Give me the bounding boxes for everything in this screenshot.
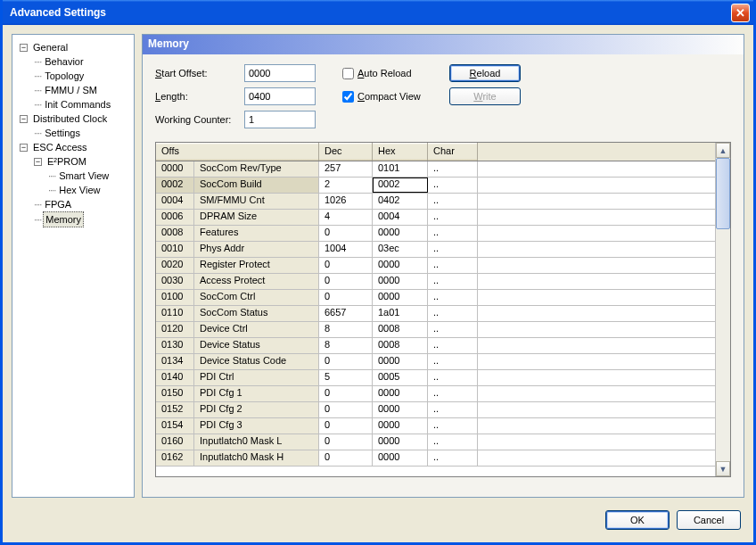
- cell-name: Features: [194, 226, 319, 241]
- cell-offs: 0154: [156, 418, 194, 434]
- cell-dec: 0: [319, 290, 373, 305]
- cell-dec: 0: [319, 450, 373, 466]
- scroll-up-button[interactable]: ▲: [716, 143, 730, 158]
- cell-hex[interactable]: 0000: [373, 450, 428, 466]
- tree-node-distributed-clock[interactable]: − Distributed Clock: [14, 111, 132, 126]
- cell-name: DPRAM Size: [194, 210, 319, 225]
- minus-icon[interactable]: −: [34, 158, 42, 166]
- cell-name: SocCom Rev/Type: [194, 161, 319, 177]
- table-row[interactable]: 0140PDI Ctrl50005..: [156, 370, 715, 386]
- table-row[interactable]: 0020Register Protect00000..: [156, 258, 715, 274]
- cell-char: ..: [428, 178, 478, 193]
- cell-offs: 0130: [156, 338, 194, 353]
- table-row[interactable]: 0002SocCom Build20002..: [156, 178, 715, 194]
- tree-node-eeprom[interactable]: − E²PROM: [14, 154, 132, 169]
- cell-hex[interactable]: 03ec: [373, 242, 428, 257]
- tree-node-settings[interactable]: ····Settings: [14, 126, 132, 140]
- cell-char: ..: [428, 354, 478, 369]
- table-row[interactable]: 0008Features00000..: [156, 226, 715, 242]
- table-row[interactable]: 0130Device Status80008..: [156, 338, 715, 354]
- cell-hex[interactable]: 0000: [373, 402, 428, 417]
- reload-button[interactable]: Reload: [449, 64, 521, 82]
- cell-hex[interactable]: 0000: [373, 386, 428, 401]
- auto-reload-input[interactable]: [342, 68, 354, 79]
- close-icon: ✕: [735, 6, 745, 20]
- grid-header-offs[interactable]: Offs: [156, 143, 319, 161]
- cancel-button[interactable]: Cancel: [677, 510, 741, 530]
- scroll-down-button[interactable]: ▼: [716, 461, 730, 476]
- cell-hex[interactable]: 0402: [373, 194, 428, 209]
- cell-hex[interactable]: 0008: [373, 322, 428, 337]
- cell-hex[interactable]: 0000: [373, 434, 428, 450]
- minus-icon[interactable]: −: [20, 144, 28, 152]
- tree-node-general[interactable]: − General: [14, 40, 132, 54]
- tree-node-esc-access[interactable]: − ESC Access: [14, 140, 132, 154]
- table-row[interactable]: 0030Access Protect00000..: [156, 274, 715, 290]
- tree-node-behavior[interactable]: ····Behavior: [14, 54, 132, 69]
- cell-name: Device Status: [194, 338, 319, 353]
- auto-reload-checkbox[interactable]: Auto Reload: [342, 68, 449, 79]
- grid-header-hex[interactable]: Hex: [373, 143, 428, 161]
- compact-view-checkbox[interactable]: Compact View: [342, 91, 449, 103]
- cell-hex[interactable]: 0000: [373, 226, 428, 241]
- tree-node-topology[interactable]: ····Topology: [14, 69, 132, 83]
- cell-char: ..: [428, 450, 478, 466]
- cell-hex[interactable]: 1a01: [373, 306, 428, 321]
- grid-body[interactable]: 0000SocCom Rev/Type2570101..0002SocCom B…: [156, 161, 715, 476]
- cell-hex[interactable]: 0000: [373, 274, 428, 289]
- tree-node-init-commands[interactable]: ····Init Commands: [14, 97, 132, 111]
- vertical-scrollbar[interactable]: ▲ ▼: [715, 143, 730, 476]
- cell-hex[interactable]: 0000: [373, 354, 428, 369]
- cell-dec: 0: [319, 418, 373, 434]
- table-row[interactable]: 0162Inputlatch0 Mask H00000..: [156, 450, 715, 467]
- cell-name: SocCom Status: [194, 306, 319, 321]
- tree-node-memory[interactable]: ····Memory: [14, 211, 132, 227]
- tree-node-smart-view[interactable]: ····Smart View: [14, 169, 132, 183]
- cell-name: PDI Cfg 1: [194, 386, 319, 401]
- cell-offs: 0030: [156, 274, 194, 289]
- scroll-thumb[interactable]: [716, 158, 730, 229]
- table-row[interactable]: 0004SM/FMMU Cnt10260402..: [156, 194, 715, 210]
- cell-hex[interactable]: 0002: [373, 178, 428, 193]
- grid-header-dec[interactable]: Dec: [319, 143, 373, 161]
- table-row[interactable]: 0120Device Ctrl80008..: [156, 322, 715, 338]
- compact-view-label: Compact View: [357, 91, 421, 102]
- start-offset-input[interactable]: [244, 64, 316, 82]
- minus-icon[interactable]: −: [20, 44, 28, 52]
- cell-hex[interactable]: 0008: [373, 338, 428, 353]
- cell-hex[interactable]: 0101: [373, 161, 428, 177]
- dialog-body: − General ····Behavior ····Topology ····…: [3, 25, 753, 507]
- table-row[interactable]: 0150PDI Cfg 100000..: [156, 386, 715, 402]
- ok-button[interactable]: OK: [605, 510, 670, 530]
- tree-node-fpga[interactable]: ····FPGA: [14, 197, 132, 211]
- table-row[interactable]: 0100SocCom Ctrl00000..: [156, 290, 715, 306]
- tree-node-hex-view[interactable]: ····Hex View: [14, 183, 132, 197]
- tree-node-fmmu-sm[interactable]: ····FMMU / SM: [14, 83, 132, 97]
- cell-hex[interactable]: 0000: [373, 418, 428, 434]
- working-counter-input[interactable]: [244, 111, 316, 128]
- table-row[interactable]: 0152PDI Cfg 200000..: [156, 402, 715, 418]
- cell-hex[interactable]: 0000: [373, 290, 428, 305]
- cell-name: Device Ctrl: [194, 322, 319, 337]
- minus-icon[interactable]: −: [20, 115, 28, 123]
- grid-header-char[interactable]: Char: [428, 143, 478, 161]
- memory-panel: Memory Start Offset: Auto Reload Reload …: [142, 34, 744, 498]
- table-row[interactable]: 0134Device Status Code00000..: [156, 354, 715, 370]
- close-button[interactable]: ✕: [731, 4, 750, 22]
- table-row[interactable]: 0000SocCom Rev/Type2570101..: [156, 161, 715, 178]
- cell-char: ..: [428, 258, 478, 273]
- cell-char: ..: [428, 322, 478, 337]
- table-row[interactable]: 0154PDI Cfg 300000..: [156, 418, 715, 434]
- table-row[interactable]: 0160Inputlatch0 Mask L00000..: [156, 434, 715, 450]
- cell-hex[interactable]: 0000: [373, 258, 428, 273]
- table-row[interactable]: 0110SocCom Status66571a01..: [156, 306, 715, 322]
- length-input[interactable]: [244, 87, 316, 105]
- cell-hex[interactable]: 0005: [373, 370, 428, 385]
- table-row[interactable]: 0010Phys Addr100403ec..: [156, 242, 715, 258]
- cell-dec: 0: [319, 274, 373, 289]
- cell-hex[interactable]: 0004: [373, 210, 428, 225]
- settings-tree[interactable]: − General ····Behavior ····Topology ····…: [12, 34, 135, 498]
- scroll-track[interactable]: [716, 158, 730, 461]
- compact-view-input[interactable]: [342, 91, 354, 103]
- table-row[interactable]: 0006DPRAM Size40004..: [156, 210, 715, 226]
